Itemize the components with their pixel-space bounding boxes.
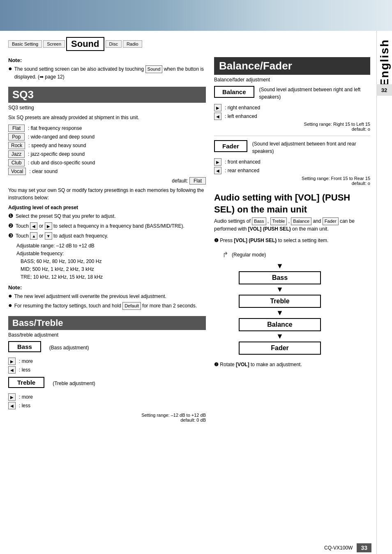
balance-row: Balance (Sound level adjustment between …	[214, 86, 370, 101]
bottom-model: CQ-VX100W	[324, 545, 353, 551]
nav-tabs: Basic Setting Screen Sound Disc Radio	[8, 37, 370, 51]
freq-range: Adjustable range: –12 dB to +12 dB	[16, 242, 206, 250]
page-number-32: 32	[376, 84, 392, 96]
fader-rear-btn[interactable]: ◀	[214, 167, 221, 174]
balance-left-row: ◀ : left enhanced	[214, 113, 370, 120]
freq-mid: MID; 500 Hz, 1 kHz, 2 kHz, 3 kHz	[16, 265, 206, 273]
fader-front-btn[interactable]: ▶	[214, 158, 221, 166]
fader-rear-row: ◀ : rear enhanced	[214, 167, 370, 174]
balance-right-btn[interactable]: ▶	[214, 104, 221, 111]
tab-sound[interactable]: Sound	[66, 37, 104, 51]
preset-vocal-desc: : clear sound	[29, 169, 58, 174]
balance-fader-header: Balance/Fader	[214, 57, 370, 75]
treble-range: Setting range: –12 dB to +12 dB default:…	[8, 413, 206, 422]
freq-label: Adjustable frequency:	[16, 250, 206, 258]
treble-less-row: ◀ : less	[8, 402, 206, 409]
bass-less-row: ◀ : less	[8, 366, 206, 374]
note2-text-1: The new level adjustment will overwrite …	[14, 293, 166, 300]
arrow-down-btn[interactable]: ▼	[45, 232, 52, 240]
arrow-right-btn[interactable]: ▶	[45, 222, 52, 230]
sq3-header-text: SQ3	[12, 88, 34, 101]
treble-inline-box: Treble	[270, 217, 287, 225]
bass-more-text: : more	[19, 358, 33, 364]
fader-desc: (Sound level adjustment between front an…	[252, 140, 370, 155]
preset-rock-btn[interactable]: Rock	[8, 142, 25, 149]
note2-text-2: For resuming the factory settings, touch…	[14, 302, 197, 310]
treble-box-row: Treble (Treble adjustment)	[8, 377, 206, 390]
flow-diagram: ↱ (Regular mode) ▼ Bass ▼ Treble ▼ Balan…	[214, 250, 370, 355]
freq-bass: BASS; 60 Hz, 80 Hz, 100 Hz, 200 Hz	[16, 258, 206, 265]
tab-radio[interactable]: Radio	[123, 40, 142, 48]
flow-arrow-4: ▼	[276, 332, 284, 341]
bullet-dot-3: ●	[8, 302, 12, 309]
balance-right-text: : right enhanced	[225, 105, 260, 111]
note-item-1: ● The sound setting screen can be also a…	[8, 65, 206, 81]
bass-more-row: ▶ : more	[8, 358, 206, 365]
flow-items: ▼ Bass ▼ Treble ▼ Balance ▼ Fader	[239, 261, 321, 355]
arrow-up-btn[interactable]: ▲	[30, 232, 37, 240]
preset-jazz-btn[interactable]: Jazz	[8, 150, 25, 158]
bottom-bar: CQ-VX100W 33	[0, 542, 376, 554]
preset-club-btn[interactable]: Club	[8, 159, 25, 166]
flow-corner-arrow: ↱	[222, 250, 228, 259]
audio-setting-subheader: Audio settings of Bass , Treble , Balanc…	[214, 217, 370, 233]
tab-disc[interactable]: Disc	[106, 40, 122, 48]
note-text-1: The sound setting screen can be also act…	[14, 65, 206, 81]
fader-front-row: ▶ : front enhanced	[214, 158, 370, 166]
bass-treble-subheader: Bass/treble adjustment	[8, 332, 206, 338]
default-flat-btn: Flat	[189, 177, 206, 185]
default-inline-box: Default	[122, 302, 141, 310]
tab-basic-setting[interactable]: Basic Setting	[8, 40, 42, 48]
fader-row: Fader (Sound level adjustment between fr…	[214, 140, 370, 155]
right-column: Balance/Fader Balance/fader adjustment B…	[214, 57, 370, 422]
bass-less-text: : less	[19, 367, 30, 373]
freq-tre: TRE; 10 kHz, 12 kHz, 15 kHz, 18 kHz	[16, 273, 206, 281]
flow-fader-box: Fader	[239, 342, 321, 355]
treble-less-btn[interactable]: ◀	[8, 402, 16, 409]
sq3-header: SQ3	[8, 87, 206, 103]
arrow-left-btn[interactable]: ◀	[30, 222, 37, 230]
english-label: English	[378, 39, 391, 86]
note2-item-1: ● The new level adjustment will overwrit…	[8, 293, 206, 300]
top-image-strip	[0, 0, 392, 31]
sq3-body: Six SQ presets are already provided at s…	[8, 114, 206, 121]
sq-preset-rock: Rock : speedy and heavy sound	[8, 142, 206, 149]
bass-treble-header-text: Bass/Treble	[12, 318, 63, 328]
preset-flat-btn[interactable]: Flat	[8, 125, 25, 132]
step-3-text: Touch ▲ or ▼ to adjust each frequency.	[16, 232, 108, 240]
flow-regular-row: ↱ (Regular mode)	[222, 250, 266, 259]
balance-right-row: ▶ : right enhanced	[214, 104, 370, 111]
bullet-dot: ●	[8, 65, 12, 72]
sound-inline-box: Sound	[145, 65, 163, 73]
treble-more-text: : more	[19, 394, 33, 400]
step-2: ❷ Touch ◀ or ▶ to select a frequency in …	[8, 222, 206, 230]
fader-range: Setting range: Front 15 to Rear 15	[214, 176, 370, 181]
sq-preset-club: Club : club and disco-specific sound	[8, 159, 206, 166]
preset-rock-desc: : speedy and heavy sound	[28, 143, 86, 148]
bullet-dot-2: ●	[8, 293, 12, 299]
balance-left-btn[interactable]: ◀	[214, 113, 221, 120]
balance-box: Balance	[214, 86, 254, 98]
preset-flat-desc: : flat frequency response	[28, 125, 82, 131]
bass-box-row: Bass (Bass adjustment)	[8, 341, 206, 354]
preset-vocal-btn[interactable]: Vocal	[8, 168, 26, 175]
fader-inline-box: Fader	[323, 217, 339, 225]
flow-arrow-1: ▼	[276, 262, 284, 270]
treble-more-row: ▶ : more	[8, 393, 206, 401]
note2-item-2: ● For resuming the factory settings, tou…	[8, 302, 206, 310]
fader-box: Fader	[214, 140, 247, 152]
balance-default: default: o	[214, 127, 370, 132]
balance-desc: (Sound level adjustment between right an…	[259, 86, 370, 101]
treble-more-btn[interactable]: ▶	[8, 393, 16, 401]
balance-fader-subheader: Balance/fader adjustment	[214, 77, 370, 83]
bass-less-btn[interactable]: ◀	[8, 366, 16, 374]
step-2-text: Touch ◀ or ▶ to select a frequency in a …	[16, 222, 184, 230]
flow-arrow-3: ▼	[276, 309, 284, 317]
press-instruction: ❶ Press [VOL] (PUSH SEL) to select a set…	[214, 237, 370, 244]
note2-section: Note: ● The new level adjustment will ov…	[8, 284, 206, 310]
bass-more-btn[interactable]: ▶	[8, 358, 16, 365]
preset-pop-btn[interactable]: Pop	[8, 133, 25, 141]
tab-screen[interactable]: Screen	[43, 40, 65, 48]
sq-preset-pop: Pop : wide-ranged and deep sound	[8, 133, 206, 141]
treble-adj-label: (Treble adjustment)	[53, 381, 95, 386]
